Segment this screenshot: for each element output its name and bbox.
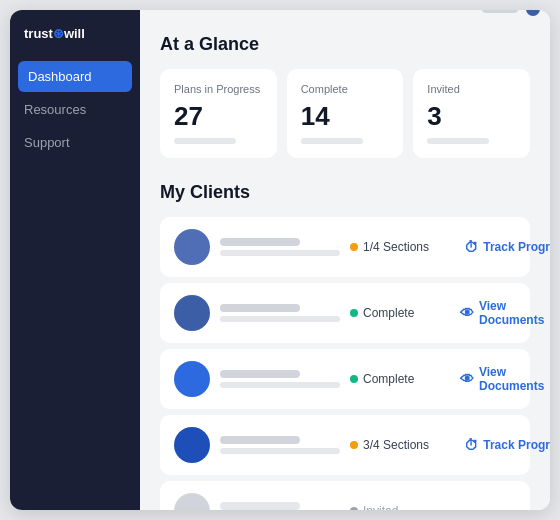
client-action-4[interactable]: ⏱ Track Progress — [460, 437, 550, 453]
client-row-5: Invited — [160, 481, 530, 510]
sidebar-nav: Dashboard Resources Support — [10, 61, 140, 158]
status-dot-2 — [350, 309, 358, 317]
stat-label-complete: Complete — [301, 83, 390, 95]
client-action-1[interactable]: ⏱ Track Progress — [460, 239, 550, 255]
client-avatar-2 — [174, 295, 210, 331]
client-info-1 — [220, 238, 340, 256]
stat-label-plans: Plans in Progress — [174, 83, 263, 95]
client-row-1: 1/4 Sections ⏱ Track Progress — [160, 217, 530, 277]
stat-card-plans-in-progress: Plans in Progress 27 — [160, 69, 277, 158]
stat-card-complete: Complete 14 — [287, 69, 404, 158]
client-info-5 — [220, 502, 340, 510]
client-info-2 — [220, 304, 340, 322]
stat-bar-complete — [301, 138, 363, 144]
logo-text: trust⊛will — [24, 26, 85, 41]
client-name-bar-1 — [220, 238, 300, 246]
client-sub-bar-3 — [220, 382, 340, 388]
view-documents-icon-3: 👁 — [460, 371, 474, 387]
client-status-label-1: 1/4 Sections — [363, 240, 429, 254]
status-dot-1 — [350, 243, 358, 251]
client-status-label-5: Invited — [363, 504, 398, 510]
stat-card-invited: Invited 3 — [413, 69, 530, 158]
topbar-bar — [482, 10, 518, 13]
sidebar-item-dashboard[interactable]: Dashboard — [18, 61, 132, 92]
my-clients-title: My Clients — [160, 182, 530, 203]
client-avatar-3 — [174, 361, 210, 397]
client-status-3: Complete — [350, 372, 450, 386]
client-status-label-2: Complete — [363, 306, 414, 320]
client-avatar-5 — [174, 493, 210, 510]
client-status-2: Complete — [350, 306, 450, 320]
track-progress-icon-1: ⏱ — [464, 239, 478, 255]
at-a-glance-title: At a Glance — [160, 34, 530, 55]
stat-label-invited: Invited — [427, 83, 516, 95]
client-action-label-3: View Documents — [479, 365, 550, 393]
client-row-3: Complete 👁 View Documents — [160, 349, 530, 409]
topbar-circle — [526, 10, 540, 16]
client-status-1: 1/4 Sections — [350, 240, 450, 254]
track-progress-icon-4: ⏱ — [464, 437, 478, 453]
client-info-3 — [220, 370, 340, 388]
client-sub-bar-2 — [220, 316, 340, 322]
client-status-4: 3/4 Sections — [350, 438, 450, 452]
stats-row: Plans in Progress 27 Complete 14 Invited… — [160, 69, 530, 158]
client-name-bar-2 — [220, 304, 300, 312]
client-action-label-2: View Documents — [479, 299, 550, 327]
client-action-3[interactable]: 👁 View Documents — [460, 365, 550, 393]
client-name-bar-5 — [220, 502, 300, 510]
clients-list: 1/4 Sections ⏱ Track Progress Complete — [160, 217, 530, 510]
sidebar-item-support[interactable]: Support — [10, 127, 140, 158]
view-documents-icon-2: 👁 — [460, 305, 474, 321]
stat-value-complete: 14 — [301, 101, 390, 132]
client-sub-bar-4 — [220, 448, 340, 454]
client-row-2: Complete 👁 View Documents — [160, 283, 530, 343]
sidebar-item-resources[interactable]: Resources — [10, 94, 140, 125]
status-dot-4 — [350, 441, 358, 449]
sidebar: trust⊛will Dashboard Resources Support — [10, 10, 140, 510]
status-dot-3 — [350, 375, 358, 383]
client-avatar-1 — [174, 229, 210, 265]
stat-value-invited: 3 — [427, 101, 516, 132]
client-status-label-3: Complete — [363, 372, 414, 386]
main-content: At a Glance Plans in Progress 27 Complet… — [140, 10, 550, 510]
client-action-2[interactable]: 👁 View Documents — [460, 299, 550, 327]
client-info-4 — [220, 436, 340, 454]
client-action-label-4: Track Progress — [483, 438, 550, 452]
client-status-label-4: 3/4 Sections — [363, 438, 429, 452]
client-row-4: 3/4 Sections ⏱ Track Progress — [160, 415, 530, 475]
client-name-bar-3 — [220, 370, 300, 378]
client-name-bar-4 — [220, 436, 300, 444]
client-status-5: Invited — [350, 504, 450, 510]
app-logo: trust⊛will — [10, 26, 140, 61]
status-dot-5 — [350, 507, 358, 510]
stat-value-plans: 27 — [174, 101, 263, 132]
client-action-label-1: Track Progress — [483, 240, 550, 254]
client-sub-bar-1 — [220, 250, 340, 256]
topbar — [482, 10, 540, 16]
client-avatar-4 — [174, 427, 210, 463]
stat-bar-invited — [427, 138, 489, 144]
stat-bar-plans — [174, 138, 236, 144]
